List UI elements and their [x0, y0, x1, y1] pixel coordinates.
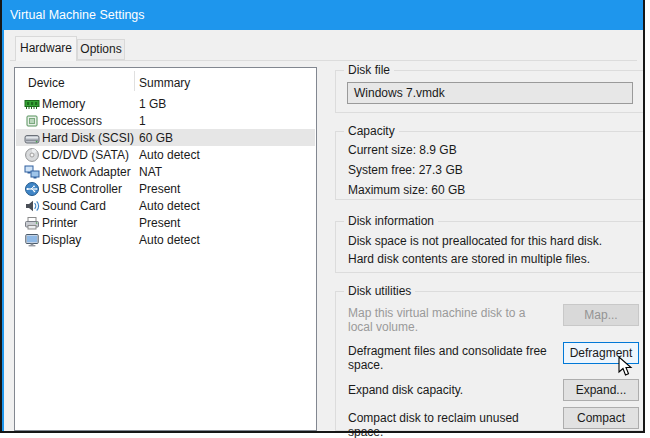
compact-button[interactable]: Compact — [563, 407, 639, 429]
printer-icon — [24, 215, 40, 231]
screenshot-root: Virtual Machine Settings Hardware Option… — [0, 0, 650, 438]
device-summary: Present — [139, 182, 180, 196]
disk-file-input[interactable]: Windows 7.vmdk — [347, 82, 633, 104]
device-name: Display — [42, 233, 81, 247]
usb-icon — [24, 181, 40, 197]
device-summary: Auto detect — [139, 199, 200, 213]
window-title: Virtual Machine Settings — [2, 8, 145, 22]
device-name: CD/DVD (SATA) — [42, 148, 129, 162]
processor-icon — [24, 113, 40, 129]
device-summary: 1 — [139, 114, 146, 128]
device-summary: NAT — [139, 165, 162, 179]
window-border-bottom — [0, 431, 645, 433]
tab-page-divider — [10, 60, 637, 61]
defragment-description: Defragment files and consolidate free sp… — [348, 344, 553, 372]
device-list: Device Summary Memory 1 GB Processors 1 … — [14, 67, 317, 431]
device-row-usb-controller[interactable]: USB Controller Present — [16, 180, 315, 197]
hard-disk-icon — [24, 130, 40, 146]
device-name: Printer — [42, 216, 77, 230]
expand-button[interactable]: Expand... — [563, 379, 639, 401]
device-summary: 1 GB — [139, 97, 166, 111]
capacity-legend: Capacity — [344, 124, 399, 138]
device-list-header: Device Summary — [15, 68, 316, 94]
device-summary: Present — [139, 216, 180, 230]
expand-description: Expand disk capacity. — [348, 383, 553, 397]
device-name: Sound Card — [42, 199, 106, 213]
disk-utilities-legend: Disk utilities — [344, 284, 415, 298]
column-divider[interactable] — [134, 71, 135, 91]
disk-information-group: Disk information Disk space is not preal… — [335, 221, 644, 273]
device-name: Processors — [42, 114, 102, 128]
window-border-accent — [2, 30, 4, 431]
column-header-device: Device — [28, 76, 65, 90]
device-row-memory[interactable]: Memory 1 GB — [16, 95, 315, 112]
disk-info-line-1: Disk space is not preallocated for this … — [348, 234, 602, 248]
display-icon — [24, 232, 40, 248]
memory-icon — [24, 96, 40, 112]
compact-description: Compact disk to reclaim unused space. — [348, 411, 553, 438]
device-name: Memory — [42, 97, 85, 111]
sound-card-icon — [24, 198, 40, 214]
device-summary: Auto detect — [139, 233, 200, 247]
device-summary: Auto detect — [139, 148, 200, 162]
map-utility-row: Map this virtual machine disk to a local… — [336, 304, 643, 330]
device-row-display[interactable]: Display Auto detect — [16, 231, 315, 248]
capacity-group: Capacity Current size: 8.9 GB System fre… — [335, 131, 644, 200]
window-titlebar[interactable]: Virtual Machine Settings — [2, 0, 643, 30]
disk-info-line-2: Hard disk contents are stored in multipl… — [348, 252, 590, 266]
device-row-cd-dvd[interactable]: CD/DVD (SATA) Auto detect — [16, 146, 315, 163]
device-row-hard-disk[interactable]: Hard Disk (SCSI) 60 GB — [16, 129, 315, 146]
mouse-cursor-icon — [618, 356, 634, 378]
disk-utilities-group: Disk utilities Map this virtual machine … — [335, 291, 644, 431]
column-header-summary: Summary — [139, 76, 190, 90]
disk-file-legend: Disk file — [344, 63, 394, 77]
expand-utility-row: Expand disk capacity. Expand... — [336, 379, 643, 403]
tab-options[interactable]: Options — [77, 39, 125, 60]
disk-file-group: Disk file Windows 7.vmdk — [335, 70, 644, 113]
device-name: Hard Disk (SCSI) — [42, 131, 134, 145]
disk-information-legend: Disk information — [344, 214, 438, 228]
window-border-right — [643, 0, 645, 433]
current-size-text: Current size: 8.9 GB — [348, 143, 457, 157]
maximum-size-text: Maximum size: 60 GB — [348, 183, 465, 197]
device-summary: 60 GB — [139, 131, 173, 145]
device-row-sound-card[interactable]: Sound Card Auto detect — [16, 197, 315, 214]
compact-utility-row: Compact disk to reclaim unused space. Co… — [336, 407, 643, 431]
device-row-processors[interactable]: Processors 1 — [16, 112, 315, 129]
tab-hardware[interactable]: Hardware — [15, 36, 77, 61]
device-row-network-adapter[interactable]: Network Adapter NAT — [16, 163, 315, 180]
network-adapter-icon — [24, 164, 40, 180]
map-description: Map this virtual machine disk to a local… — [348, 306, 553, 334]
map-button: Map... — [563, 304, 639, 326]
device-name: USB Controller — [42, 182, 122, 196]
cd-dvd-icon — [24, 147, 40, 163]
system-free-text: System free: 27.3 GB — [348, 163, 463, 177]
defragment-utility-row: Defragment files and consolidate free sp… — [336, 342, 643, 368]
device-row-printer[interactable]: Printer Present — [16, 214, 315, 231]
device-name: Network Adapter — [42, 165, 131, 179]
